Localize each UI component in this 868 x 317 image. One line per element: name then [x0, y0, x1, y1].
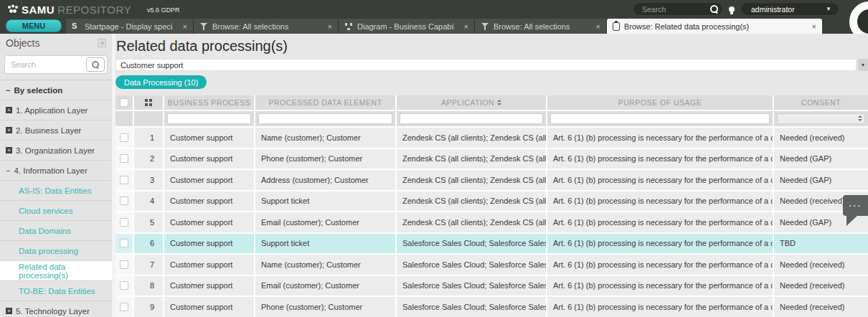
sidebar-item[interactable]: Data processing — [0, 241, 112, 261]
row-checkbox[interactable] — [120, 154, 128, 163]
clipboard-icon — [613, 22, 620, 31]
column-header-consent[interactable]: CONSENT — [774, 95, 868, 110]
table-row[interactable]: 1 Customer support Name (customer); Cust… — [115, 128, 868, 148]
sidebar-item[interactable]: Cloud services — [0, 201, 112, 221]
global-search[interactable] — [633, 2, 723, 16]
filter-business-process-input[interactable] — [167, 113, 251, 124]
expander-icon[interactable] — [6, 308, 12, 314]
tab-close-icon[interactable]: × — [177, 22, 187, 31]
sidebar-item[interactable]: 3. Organization Layer — [0, 141, 112, 161]
sidebar-item-label: 4. Information Layer — [14, 166, 87, 175]
menu-button[interactable]: MENU — [6, 19, 62, 32]
sidebar-item[interactable]: 5. Technology Layer — [0, 301, 112, 317]
cell-business-process: Customer support — [164, 255, 254, 275]
table-row[interactable]: 3 Customer support Address (customer); C… — [115, 170, 868, 190]
expander-icon[interactable] — [6, 127, 12, 133]
filter-purpose-input[interactable] — [550, 113, 770, 124]
cell-application: Salesforce Sales Cloud; Salesforce Sales… — [397, 255, 546, 275]
tab[interactable]: Startpage - Display special report × — [66, 19, 194, 34]
cell-consent: Needed (received) — [774, 297, 868, 317]
row-checkbox[interactable] — [120, 197, 128, 205]
tab-close-icon[interactable]: × — [590, 22, 600, 31]
filter-data-element-input[interactable] — [258, 113, 392, 124]
column-header-data-element[interactable]: PROCESSED DATA ELEMENT — [255, 95, 395, 110]
sidebar-item[interactable]: TO-BE: Data Entities — [0, 281, 112, 301]
column-header-application[interactable]: APPLICATION — [397, 95, 546, 110]
objects-sidebar: Objects ◂ By selection 1. Application La… — [0, 34, 115, 317]
row-checkbox[interactable] — [120, 218, 128, 227]
tab[interactable]: Browse: Related data processing(s) × — [607, 19, 822, 34]
sidebar-item[interactable]: 4. Information Layer — [0, 161, 112, 181]
expander-icon[interactable] — [6, 147, 12, 153]
expander-icon[interactable] — [6, 166, 10, 175]
table-header-row: BUSINESS PROCESS PROCESSED DATA ELEMENT … — [115, 95, 868, 110]
table-row[interactable]: 7 Customer support Name (customer); Cust… — [115, 255, 868, 275]
filter-consent-select[interactable] — [777, 113, 865, 124]
row-checkbox[interactable] — [120, 260, 128, 269]
collapse-panel-icon[interactable]: ◂ — [98, 39, 106, 47]
sidebar-search-button[interactable] — [86, 57, 105, 72]
sidebar-item[interactable]: 2. Business Layer — [0, 120, 112, 141]
logo-text-primary: SAMU — [22, 4, 55, 16]
sidebar-item-label: By selection — [14, 86, 62, 95]
tab[interactable]: Diagram - Business Capability Conte... × — [339, 19, 475, 34]
cell-application: Salesforce Sales Cloud; Salesforce Sales… — [397, 276, 546, 296]
filter-icon — [481, 22, 489, 31]
tab-close-icon[interactable]: × — [806, 22, 816, 31]
cell-purpose: Art. 6 (1) (b) processing is necessary f… — [547, 212, 773, 232]
select-arrows-icon — [858, 115, 862, 121]
column-header-business-process[interactable]: BUSINESS PROCESS — [164, 95, 254, 110]
table-row[interactable]: 4 Customer support Support ticket Zendes… — [115, 191, 868, 212]
top-bar: SAMUREPOSITORY v5.6 GDPR administrator ▼ — [0, 0, 868, 19]
cell-purpose: Art. 6 (1) (b) processing is necessary f… — [547, 276, 773, 296]
tab[interactable]: Browse: All selections × — [194, 19, 339, 34]
sidebar-item[interactable]: Related data processing(s) — [0, 261, 112, 281]
row-number: 7 — [134, 255, 163, 275]
logo-text-secondary: REPOSITORY — [57, 4, 131, 16]
row-checkbox[interactable] — [120, 133, 128, 142]
table-row[interactable]: 8 Customer support Email (customer); Cus… — [115, 276, 868, 296]
main-filter-input[interactable]: Customer support — [115, 59, 857, 71]
cell-consent: Needed (received) — [774, 255, 868, 275]
select-all-checkbox[interactable] — [120, 98, 128, 107]
table-row[interactable]: 9 Customer support Phone (customer); Cus… — [115, 297, 868, 317]
user-menu[interactable]: administrator ▼ — [740, 2, 839, 16]
startpage-icon — [72, 22, 80, 31]
tab[interactable]: Browse: All selections × — [475, 19, 607, 34]
tab-close-icon[interactable]: × — [458, 22, 468, 31]
table-row[interactable]: 2 Customer support Phone (customer); Cus… — [115, 149, 868, 169]
sidebar-item[interactable]: Data Domains — [0, 221, 112, 241]
row-checkbox[interactable] — [120, 303, 128, 311]
table-row[interactable]: 5 Customer support Email (customer); Cus… — [115, 212, 868, 232]
tab-label: Diagram - Business Capability Conte... — [357, 22, 454, 31]
tab-label: Browse: Related data processing(s) — [624, 22, 749, 31]
cell-purpose: Art. 6 (1) (b) processing is necessary f… — [547, 234, 773, 254]
cell-business-process: Customer support — [164, 191, 254, 212]
lightbulb-icon[interactable] — [729, 6, 735, 12]
column-header-purpose[interactable]: PURPOSE OF USAGE — [547, 95, 773, 110]
search-icon — [92, 61, 100, 69]
data-processing-chip[interactable]: Data Processing (10) — [115, 75, 207, 89]
table-row[interactable]: 6 Customer support Support ticket Salesf… — [115, 234, 868, 254]
row-checkbox[interactable] — [120, 239, 128, 247]
expander-icon[interactable] — [6, 86, 10, 95]
expander-icon[interactable] — [6, 107, 12, 113]
cell-consent: TBD — [774, 234, 868, 254]
filter-dropdown-button[interactable]: ▼ — [858, 59, 868, 71]
filter-application-input[interactable] — [400, 113, 543, 124]
filter-icon — [199, 22, 208, 31]
tab-close-icon[interactable]: × — [322, 22, 332, 31]
search-icon[interactable] — [710, 5, 718, 13]
row-checkbox[interactable] — [120, 281, 128, 290]
tab-label: Browse: All selections — [494, 22, 570, 31]
row-checkbox[interactable] — [120, 176, 128, 184]
row-context-menu-button[interactable]: ··· — [843, 195, 868, 216]
cell-business-process: Customer support — [164, 276, 254, 296]
sidebar-item[interactable]: AS-IS: Data Entities — [0, 181, 112, 201]
tab-bar: MENU Startpage - Display special report … — [0, 19, 868, 34]
sidebar-item[interactable]: 1. Application Layer — [0, 100, 112, 120]
sidebar-item[interactable]: By selection — [0, 80, 112, 100]
global-search-input[interactable] — [642, 5, 710, 14]
samu-paw-icon — [7, 4, 19, 14]
cell-application: Zendesk CS (all clients); Zendesk CS (al… — [397, 191, 546, 212]
